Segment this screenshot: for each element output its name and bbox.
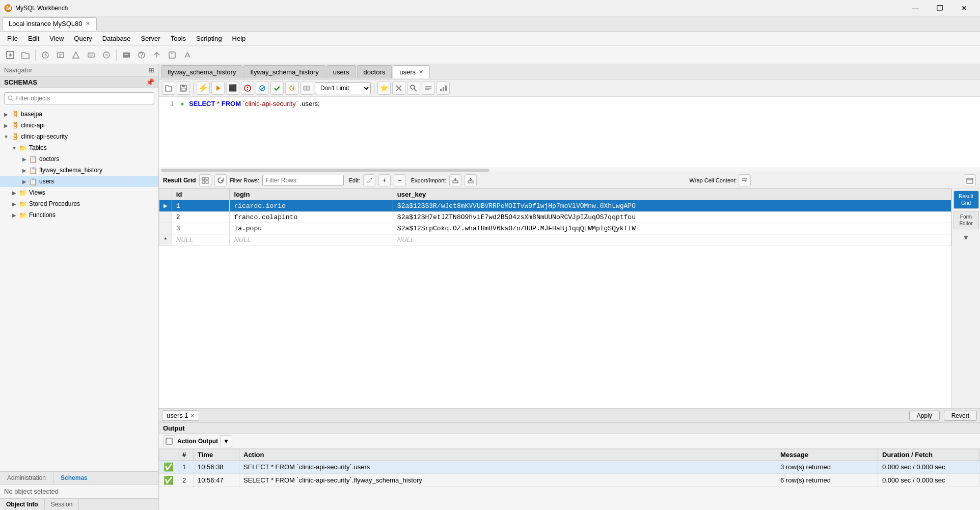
output-clear-btn[interactable] xyxy=(163,435,175,447)
views-arrow[interactable]: ▶ xyxy=(10,189,18,197)
object-info-tab[interactable]: Object Info xyxy=(0,499,45,510)
cell-key-null[interactable]: NULL xyxy=(393,234,951,246)
sql-editor[interactable]: 1 ● SELECT * FROM `clinic-api-security` … xyxy=(159,97,980,168)
toolbar-btn-10[interactable] xyxy=(150,48,164,62)
minimize-button[interactable]: — xyxy=(904,1,927,16)
menu-file[interactable]: File xyxy=(2,33,23,44)
explain-btn[interactable] xyxy=(241,82,254,95)
cell-id-3[interactable]: 3 xyxy=(172,223,230,234)
doctors-arrow[interactable]: ▶ xyxy=(20,155,29,163)
beautify-btn[interactable] xyxy=(422,82,435,95)
output-message-2[interactable]: 6 row(s) returned xyxy=(776,474,878,487)
scrollbar-thumb[interactable] xyxy=(161,169,489,172)
users-arrow[interactable]: ▶ xyxy=(20,177,29,185)
filter-box[interactable] xyxy=(4,92,154,104)
toolbar-btn-9[interactable]: ? xyxy=(134,48,149,62)
edit-btn[interactable] xyxy=(363,174,375,186)
clinic-api-security-arrow[interactable]: ▼ xyxy=(2,132,10,141)
table-users[interactable]: ▶ 📋 users xyxy=(0,176,158,187)
output-duration-2[interactable]: 0.000 sec / 0.000 sec xyxy=(878,474,980,487)
flyway-arrow[interactable]: ▶ xyxy=(20,166,29,174)
users-1-tab-close[interactable]: ✕ xyxy=(190,413,195,419)
schemas-tab[interactable]: Schemas xyxy=(53,472,95,484)
table-flyway[interactable]: ▶ 📋 flyway_schema_history xyxy=(0,165,158,176)
output-time-1[interactable]: 10:56:38 xyxy=(194,461,239,474)
toolbar-new-btn[interactable] xyxy=(3,48,17,62)
rollback-btn[interactable] xyxy=(285,82,298,95)
output-num-1[interactable]: 1 xyxy=(178,461,194,474)
output-action-1[interactable]: SELECT * FROM `clinic-api-security`.user… xyxy=(239,461,776,474)
schema-basejpa[interactable]: ▶ 🗄 basejpa xyxy=(0,109,158,120)
menu-tools[interactable]: Tools xyxy=(166,33,191,44)
col-login-header[interactable]: login xyxy=(230,189,393,200)
bookmark-btn[interactable]: ⭐ xyxy=(377,82,391,95)
query-tab-1[interactable]: flyway_schema_history xyxy=(243,65,325,78)
cell-id-1[interactable]: 1 xyxy=(172,200,230,212)
cell-key-2[interactable]: $2a$12$H7etJZTN8O9hviE7wd2B5O4zsXm8NmUUN… xyxy=(393,212,951,223)
output-num-2[interactable]: 2 xyxy=(178,474,194,487)
apply-button[interactable]: Apply xyxy=(909,411,940,421)
menu-scripting[interactable]: Scripting xyxy=(191,33,227,44)
query-tab-2[interactable]: users xyxy=(326,65,356,78)
import-btn[interactable] xyxy=(465,174,477,186)
toolbar-btn-3[interactable] xyxy=(38,48,52,62)
basejpa-arrow[interactable]: ▶ xyxy=(2,110,10,118)
table-row[interactable]: ▶ 1 ricardo.iorio $2a$12$S3R/wJet8mKVVUB… xyxy=(159,200,951,212)
cell-login-1[interactable]: ricardo.iorio xyxy=(230,200,393,212)
editor-scrollbar[interactable] xyxy=(159,168,980,172)
schema-clinic-api-security[interactable]: ▼ 🗄 clinic-api-security xyxy=(0,131,158,142)
search-btn[interactable] xyxy=(407,82,420,95)
menu-query[interactable]: Query xyxy=(69,33,97,44)
menu-view[interactable]: View xyxy=(44,33,69,44)
instance-tab-close[interactable]: ✕ xyxy=(86,20,90,27)
col-user-key-header[interactable]: user_key xyxy=(393,189,951,200)
schemas-pin-icon[interactable]: 📌 xyxy=(146,78,154,86)
result-grid-side-btn[interactable]: ResultGrid xyxy=(954,191,979,209)
export-btn[interactable] xyxy=(449,174,461,186)
query-tab-close-4[interactable]: ✕ xyxy=(419,69,423,75)
delete-btn[interactable]: − xyxy=(394,174,406,186)
query-tab-3[interactable]: doctors xyxy=(357,65,392,78)
filter-input[interactable] xyxy=(15,95,151,102)
clinic-api-arrow[interactable]: ▶ xyxy=(2,121,10,129)
cell-login-2[interactable]: franco.colapinto xyxy=(230,212,393,223)
administration-tab[interactable]: Administration xyxy=(0,472,53,484)
navigator-options-icon[interactable]: ⊞ xyxy=(149,66,154,74)
tables-arrow[interactable]: ▼ xyxy=(10,144,18,152)
functions-folder[interactable]: ▶ 📁 Functions xyxy=(0,209,158,221)
toolbar-btn-11[interactable] xyxy=(165,48,179,62)
execute-btn[interactable]: ⚡ xyxy=(197,82,210,95)
cell-login-null[interactable]: NULL xyxy=(230,234,393,246)
action-output-dropdown[interactable]: ▼ xyxy=(220,435,232,447)
insert-btn[interactable]: + xyxy=(378,174,391,186)
toggle-display-btn[interactable] xyxy=(300,82,313,95)
query-tab-4[interactable]: users ✕ xyxy=(393,65,430,78)
table-row-null[interactable]: * NULL NULL NULL xyxy=(159,234,951,246)
filter-rows-input[interactable] xyxy=(262,175,344,186)
functions-arrow[interactable]: ▶ xyxy=(10,211,18,219)
col-id-header[interactable]: id xyxy=(172,189,230,200)
output-message-1[interactable]: 3 row(s) returned xyxy=(776,461,878,474)
grid-icon-btn[interactable] xyxy=(199,174,211,186)
toolbar-btn-4[interactable] xyxy=(53,48,68,62)
execute-selection-btn[interactable] xyxy=(211,82,225,95)
revert-button[interactable]: Revert xyxy=(944,411,977,421)
table-row[interactable]: 2 franco.colapinto $2a$12$H7etJZTN8O9hvi… xyxy=(159,212,951,223)
cell-login-3[interactable]: la.popu xyxy=(230,223,393,234)
toolbar-btn-7[interactable] xyxy=(99,48,114,62)
cell-id-2[interactable]: 2 xyxy=(172,212,230,223)
cell-id-null[interactable]: NULL xyxy=(172,234,230,246)
stop-btn[interactable]: ⬛ xyxy=(226,82,239,95)
output-duration-1[interactable]: 0.000 sec / 0.000 sec xyxy=(878,461,980,474)
instance-tab[interactable]: Local instance MySQL80 ✕ xyxy=(2,17,97,31)
form-editor-side-btn[interactable]: FormEditor xyxy=(954,211,979,229)
toolbar-btn-5[interactable] xyxy=(69,48,83,62)
commit-btn[interactable] xyxy=(270,82,284,95)
table-doctors[interactable]: ▶ 📋 doctors xyxy=(0,153,158,165)
menu-help[interactable]: Help xyxy=(227,33,251,44)
table-row[interactable]: 3 la.popu $2a$12$rpCokq.OZ.whafHm8V6ksO/… xyxy=(159,223,951,234)
open-file-btn[interactable] xyxy=(162,82,175,95)
tables-folder[interactable]: ▼ 📁 Tables xyxy=(0,142,158,153)
toolbar-btn-12[interactable] xyxy=(180,48,195,62)
query-stats-btn[interactable] xyxy=(437,82,450,95)
